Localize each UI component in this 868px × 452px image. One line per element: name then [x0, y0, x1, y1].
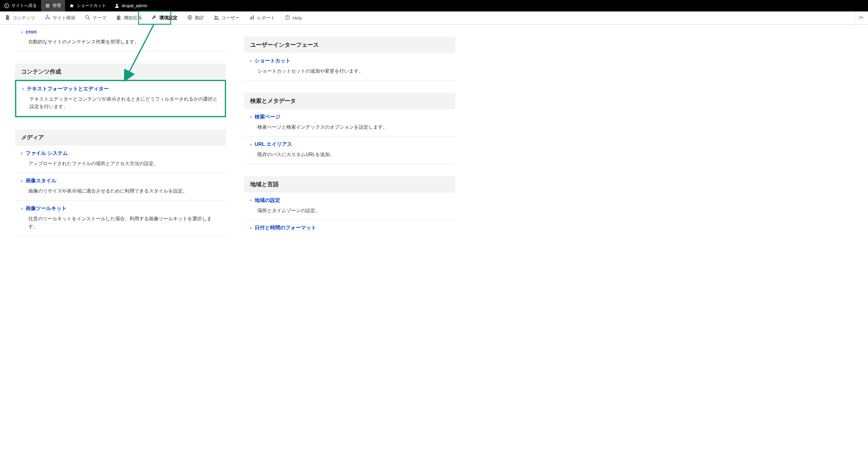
config-item-filesystem: › ファイル システム アップロードされたファイルの場所とアクセス方法の設定。: [15, 146, 226, 173]
image-style-link[interactable]: 画像スタイル: [26, 177, 56, 184]
chevron-right-icon: ›: [22, 86, 24, 91]
shortcuts-label: ショートカット: [76, 3, 106, 8]
manage-label: 管理: [53, 3, 61, 8]
user-label: drupal_admin: [122, 3, 147, 8]
regional-settings-desc: 場所とタイムゾーンの設定。: [257, 207, 449, 215]
section-ui-header: ユーザーインターフェース: [244, 37, 455, 53]
toolbar-content-label: コンテンツ: [13, 15, 35, 21]
search-page-link[interactable]: 検索ページ: [255, 113, 280, 120]
section-regional-header: 地域と言語: [244, 176, 455, 193]
image-toolkit-desc: 任意のツールキットをインストールした場合、利用する画像ツールキットを選択します。: [28, 215, 220, 230]
cron-link[interactable]: cron: [26, 29, 37, 35]
config-item-image-toolkit: › 画像ツールキット 任意のツールキットをインストールした場合、利用する画像ツー…: [15, 201, 226, 236]
svg-rect-3: [45, 18, 47, 19]
document-icon: [5, 15, 10, 21]
date-format-link[interactable]: 日付と時間のフォーマット: [255, 224, 316, 231]
back-to-site-label: サイトへ戻る: [11, 3, 37, 8]
image-style-desc: 画像のリサイズや表示域に適合させるために利用できるスタイルを設定。: [28, 187, 220, 195]
toolbar-reports[interactable]: レポート: [244, 11, 280, 24]
svg-rect-11: [253, 15, 254, 20]
cron-desc: 自動的なサイトのメンテナンス作業を管理します。: [28, 38, 220, 46]
toolbar-structure[interactable]: サイト構築: [40, 11, 80, 24]
help-icon: [285, 15, 290, 21]
toolbar-content[interactable]: コンテンツ: [0, 11, 40, 24]
toolbar-structure-label: サイト構築: [53, 15, 75, 21]
wrench-icon: [152, 15, 157, 21]
svg-point-0: [4, 4, 9, 8]
text-format-desc: テキストエディターとコンテンツが表示されるときにどうフィルターされるかの選択と設…: [30, 95, 219, 110]
filesystem-link[interactable]: ファイル システム: [26, 150, 68, 157]
config-item-regional-settings: › 地域の設定 場所とタイムゾーンの設定。: [244, 193, 455, 220]
toolbar-users-label: ユーザー: [221, 15, 240, 21]
section-media: メディア › ファイル システム アップロードされたファイルの場所とアクセス方法…: [15, 129, 226, 236]
image-toolkit-link[interactable]: 画像ツールキット: [26, 205, 67, 212]
config-item-text-format: › テキストフォーマットとエディター テキストエディターとコンテンツが表示される…: [15, 80, 226, 117]
toolbar-translate-label: 翻訳: [195, 15, 204, 21]
chevron-right-icon: ›: [250, 59, 252, 63]
admin-toolbar: コンテンツ サイト構築 テーマ 機能拡張 環境設定 翻訳 ユーザー レポート H…: [0, 11, 868, 25]
config-page-content: › cron 自動的なサイトのメンテナンス作業を管理します。 コンテンツ作成 ›…: [0, 25, 868, 248]
url-alias-desc: 既存のパスにカスタムURLを追加。: [257, 151, 449, 159]
user-icon: [115, 3, 119, 8]
chevron-right-icon: ›: [250, 142, 252, 147]
section-media-header: メディア: [15, 129, 226, 146]
toolbar-collapse-button[interactable]: [855, 11, 868, 24]
toolbar-extend-label: 機能拡張: [124, 15, 142, 21]
shortcut-link[interactable]: ショートカット: [255, 57, 290, 64]
arrow-left-circle-icon: [4, 3, 9, 8]
toolbar-help-label: Help: [293, 15, 302, 21]
svg-rect-4: [49, 18, 50, 19]
toolbar-theme-label: テーマ: [93, 15, 106, 21]
svg-point-1: [116, 4, 118, 6]
content-column-right: ユーザーインターフェース › ショートカット ショートカットセットの追加や変更を…: [244, 25, 455, 236]
shortcuts-button[interactable]: ショートカット: [65, 0, 110, 11]
svg-point-5: [86, 15, 89, 19]
section-content-authoring-header: コンテンツ作成: [15, 64, 226, 80]
svg-point-8: [217, 16, 218, 18]
section-search-header: 検索とメタデータ: [244, 93, 455, 109]
text-format-link[interactable]: テキストフォーマットとエディター: [27, 85, 109, 92]
search-page-desc: 検索ページと検索インデックスのオプションを設定します。: [257, 123, 449, 131]
collapse-icon: [859, 15, 864, 21]
toolbar-theme[interactable]: テーマ: [80, 11, 111, 24]
chevron-right-icon: ›: [250, 114, 252, 119]
toolbar-reports-label: レポート: [257, 15, 275, 21]
users-icon: [214, 15, 219, 21]
filesystem-desc: アップロードされたファイルの場所とアクセス方法の設定。: [28, 160, 220, 167]
toolbar-config-label: 環境設定: [159, 15, 178, 21]
chevron-right-icon: ›: [250, 198, 252, 202]
shortcut-desc: ショートカットセットの追加や変更を行います。: [257, 67, 449, 75]
config-item-date-format: › 日付と時間のフォーマット: [244, 220, 455, 231]
globe-icon: [187, 15, 193, 21]
chevron-right-icon: ›: [21, 151, 23, 156]
manage-button[interactable]: 管理: [41, 0, 65, 11]
svg-rect-9: [250, 18, 251, 20]
config-item-search-page: › 検索ページ 検索ページと検索インデックスのオプションを設定します。: [244, 109, 455, 137]
star-icon: [69, 3, 74, 8]
toolbar-help[interactable]: Help: [280, 11, 307, 24]
user-menu-button[interactable]: drupal_admin: [110, 0, 152, 11]
regional-settings-link[interactable]: 地域の設定: [255, 197, 280, 204]
config-item-image-style: › 画像スタイル 画像のリサイズや表示域に適合させるために利用できるスタイルを設…: [15, 173, 226, 201]
back-to-site-button[interactable]: サイトへ戻る: [0, 0, 41, 11]
config-item-cron: › cron 自動的なサイトのメンテナンス作業を管理します。: [15, 25, 226, 52]
svg-point-13: [287, 19, 288, 19]
toolbar-extend[interactable]: 機能拡張: [111, 11, 147, 24]
toolbar-translate[interactable]: 翻訳: [182, 11, 209, 24]
chevron-right-icon: ›: [21, 30, 23, 34]
puzzle-icon: [116, 15, 121, 21]
section-search-metadata: 検索とメタデータ › 検索ページ 検索ページと検索インデックスのオプションを設定…: [244, 93, 455, 164]
section-ui: ユーザーインターフェース › ショートカット ショートカットセットの追加や変更を…: [244, 37, 455, 81]
structure-icon: [45, 15, 50, 21]
chevron-right-icon: ›: [21, 179, 23, 183]
chevron-right-icon: ›: [21, 206, 23, 211]
section-content-authoring: コンテンツ作成 › テキストフォーマットとエディター テキストエディターとコンテ…: [15, 64, 226, 117]
url-alias-link[interactable]: URL エイリアス: [255, 141, 292, 148]
brush-icon: [85, 15, 90, 21]
toolbar-users[interactable]: ユーザー: [209, 11, 244, 24]
config-item-url-alias: › URL エイリアス 既存のパスにカスタムURLを追加。: [244, 136, 455, 164]
toolbar-config[interactable]: 環境設定: [147, 11, 182, 24]
chevron-right-icon: ›: [250, 225, 252, 230]
content-column-left: › cron 自動的なサイトのメンテナンス作業を管理します。 コンテンツ作成 ›…: [15, 25, 226, 236]
svg-point-7: [215, 16, 216, 18]
